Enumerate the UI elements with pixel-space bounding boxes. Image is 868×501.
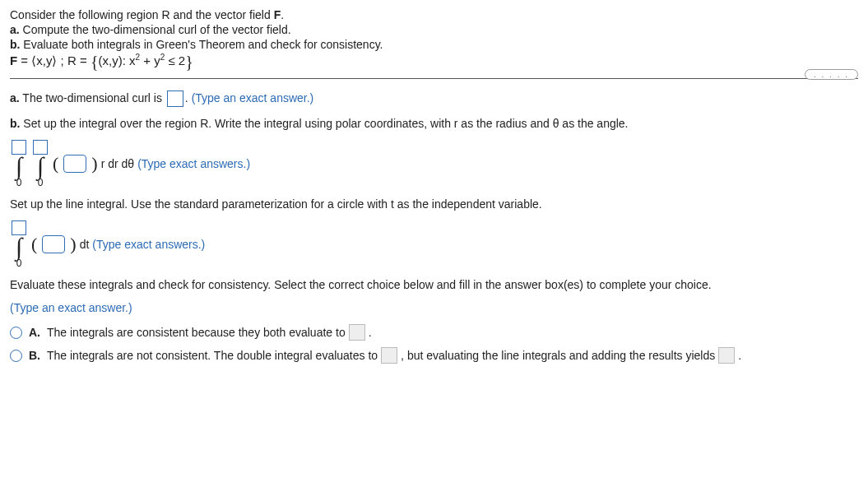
- single-int-hint: (Type exact answers.): [92, 238, 205, 251]
- double-int-hint: (Type exact answers.): [137, 157, 250, 170]
- formula-eq: =: [17, 53, 31, 67]
- curl-answer-input[interactable]: [167, 90, 183, 107]
- integral-icon: ∫: [16, 236, 22, 257]
- part-b-intro: b. Set up the integral over the region R…: [10, 117, 858, 130]
- choice-b-row: B. The integrals are not consistent. The…: [10, 347, 858, 364]
- choice-a-radio[interactable]: [10, 327, 22, 339]
- choice-b-value1-input[interactable]: [381, 347, 397, 364]
- close-paren-icon: ): [70, 234, 76, 255]
- evaluate-hint: (Type an exact answer.): [10, 301, 858, 314]
- choice-a-text1: The integrals are consistent because the…: [47, 326, 346, 339]
- close-curly: }: [185, 53, 193, 71]
- double-int-suffix: r dr dθ: [101, 157, 134, 170]
- open-curly: {: [91, 53, 99, 71]
- line-integral-setup: Set up the line integral. Use the standa…: [10, 197, 858, 211]
- outer-integral: ∫ 0: [10, 140, 28, 188]
- formula-F: F: [10, 53, 17, 67]
- choice-b-text1: The integrals are not consistent. The do…: [47, 349, 378, 362]
- choice-a-value-input[interactable]: [349, 324, 365, 341]
- open-paren-icon: (: [31, 234, 37, 255]
- label-b: b.: [10, 38, 20, 51]
- header-line1-end: .: [281, 8, 284, 21]
- line-lower-limit: 0: [16, 258, 22, 268]
- open-paren-icon: (: [53, 153, 58, 174]
- problem-header: Consider the following region R and the …: [10, 8, 858, 72]
- inner-lower-limit: 0: [38, 178, 44, 188]
- part-a-text1: The two-dimensional curl is: [20, 91, 165, 104]
- more-options-button[interactable]: . . . . .: [805, 69, 858, 80]
- integral-icon: ∫: [16, 155, 22, 177]
- divider: [10, 78, 858, 79]
- double-integrand-input[interactable]: [63, 155, 86, 173]
- evaluate-text: Evaluate these integrals and check for c…: [10, 278, 858, 291]
- text-a: Compute the two-dimensional curl of the …: [20, 23, 291, 36]
- choice-b-value2-input[interactable]: [718, 347, 735, 364]
- part-a-text2: .: [185, 91, 192, 104]
- vector-field-F: F: [274, 8, 281, 21]
- choice-a-letter: A.: [29, 326, 40, 339]
- single-int-suffix: dt: [80, 238, 90, 251]
- choice-b-text3: .: [738, 349, 741, 362]
- part-a: a. The two-dimensional curl is . (Type a…: [10, 90, 858, 107]
- choice-b-letter: B.: [29, 349, 40, 362]
- label-a: a.: [10, 23, 20, 36]
- integral-icon: ∫: [37, 155, 44, 177]
- inner-integral: ∫ 0: [31, 140, 49, 188]
- part-a-label: a.: [10, 91, 20, 104]
- choice-a-text2: .: [369, 326, 372, 339]
- formula-sep: ; R =: [57, 53, 90, 67]
- close-paren-icon: ): [91, 153, 97, 174]
- part-b-label: b.: [10, 117, 20, 130]
- choice-a-row: A. The integrals are consistent because …: [10, 324, 858, 341]
- outer-lower-limit: 0: [16, 178, 22, 188]
- double-integral-row: ∫ 0 ∫ 0 () r dr dθ (Type exact answers.): [10, 140, 858, 188]
- formula-line: F = ⟨x,y⟩ ; R = {(x,y): x2 + y2 ≤ 2}: [10, 53, 858, 72]
- formula-plus: + y: [140, 53, 160, 67]
- formula-le: ≤ 2: [165, 53, 185, 67]
- part-b-text: Set up the integral over the region R. W…: [20, 117, 628, 130]
- choice-b-text2: , but evaluating the line integrals and …: [401, 349, 715, 362]
- formula-cond-pre: (x,y): x: [99, 53, 136, 67]
- text-b: Evaluate both integrals in Green's Theor…: [20, 38, 383, 51]
- single-integral-row: ∫ 0 () dt (Type exact answers.): [10, 220, 858, 268]
- header-line1: Consider the following region R and the …: [10, 8, 274, 21]
- line-integral: ∫ 0: [10, 220, 28, 268]
- line-integrand-input[interactable]: [42, 235, 65, 253]
- choice-b-radio[interactable]: [10, 350, 22, 362]
- part-a-hint: (Type an exact answer.): [192, 91, 314, 104]
- formula-xy: x,y: [36, 53, 52, 67]
